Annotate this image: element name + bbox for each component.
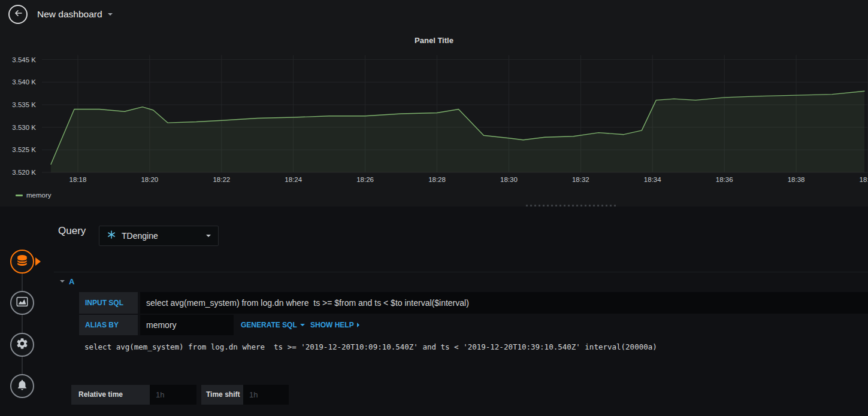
svg-text:18:38: 18:38 (788, 176, 805, 183)
tab-visualization[interactable] (10, 291, 34, 315)
svg-text:18:22: 18:22 (213, 176, 230, 183)
graph-icon (16, 295, 29, 311)
svg-text:18:36: 18:36 (716, 176, 733, 183)
query-section-title: Query (58, 225, 86, 237)
chevron-down-icon (300, 324, 305, 326)
time-shift-field[interactable] (243, 385, 289, 405)
svg-text:3.530 K: 3.530 K (12, 124, 36, 131)
svg-text:3.520 K: 3.520 K (12, 169, 36, 176)
gear-icon (16, 337, 29, 353)
top-navbar: New dashboard (0, 0, 868, 29)
panel-title[interactable]: Panel Title (0, 36, 868, 45)
svg-text:18:34: 18:34 (644, 176, 661, 183)
input-sql-label: INPUT SQL (79, 292, 138, 314)
chevron-down-icon (206, 235, 211, 237)
panel-resize-handle[interactable] (526, 205, 616, 207)
tab-connector-line (22, 262, 23, 386)
page-title: New dashboard (37, 9, 102, 20)
show-help-button[interactable]: SHOW HELP (310, 315, 359, 335)
alias-by-label: ALIAS BY (79, 315, 138, 335)
svg-text:3.545 K: 3.545 K (12, 56, 36, 63)
graph-panel: Panel Title 18:1818:2018:2218:2418:2618:… (0, 29, 868, 207)
query-section-divider (54, 272, 868, 272)
svg-text:18:26: 18:26 (356, 176, 374, 183)
arrow-left-icon (13, 8, 23, 21)
legend-label: memory (26, 192, 52, 199)
input-sql-field[interactable] (140, 292, 868, 314)
datasource-picker[interactable]: TDengine (99, 226, 219, 246)
generated-sql-preview: select avg(mem_system) from log.dn where… (84, 342, 657, 351)
svg-text:3.540 K: 3.540 K (12, 78, 36, 86)
time-shift-label: Time shift (201, 385, 243, 405)
tab-queries[interactable] (10, 250, 34, 274)
grafana-edit-page: New dashboard Panel Title 18:1818:2018:2… (0, 0, 868, 416)
query-ref-toggle[interactable]: A (60, 275, 74, 287)
back-button[interactable] (8, 5, 28, 24)
alias-by-field[interactable] (140, 315, 234, 335)
query-ref-letter: A (69, 277, 74, 286)
svg-text:18:30: 18:30 (500, 176, 518, 183)
generate-sql-label: GENERATE SQL (241, 321, 297, 329)
tab-general[interactable] (10, 333, 34, 357)
svg-text:18:24: 18:24 (285, 176, 302, 183)
svg-text:18:40: 18:40 (860, 176, 868, 183)
svg-text:18:32: 18:32 (572, 176, 589, 183)
time-series-chart[interactable]: 18:1818:2018:2218:2418:2618:2818:3018:32… (0, 54, 868, 183)
legend-color-swatch (16, 195, 23, 196)
chevron-down-icon (108, 13, 113, 16)
legend-item-memory[interactable]: memory (16, 192, 52, 199)
show-help-label: SHOW HELP (310, 321, 354, 329)
svg-text:18:18: 18:18 (69, 176, 87, 183)
database-icon (16, 254, 29, 269)
dashboard-title-dropdown[interactable]: New dashboard (37, 0, 113, 29)
generate-sql-button[interactable]: GENERATE SQL (241, 315, 305, 335)
svg-text:18:20: 18:20 (141, 176, 158, 183)
relative-time-field[interactable] (150, 385, 196, 405)
collapse-caret-icon (60, 280, 65, 283)
tdengine-logo-icon (107, 230, 116, 242)
datasource-name: TDengine (122, 231, 158, 241)
chevron-right-icon (357, 323, 359, 327)
tab-alert[interactable] (10, 374, 34, 398)
panel-editor: Query TDengine A INPUT SQL (0, 207, 868, 416)
svg-text:18:28: 18:28 (428, 176, 446, 183)
svg-text:3.535 K: 3.535 K (12, 101, 36, 108)
relative-time-label: Relative time (71, 385, 150, 405)
active-tab-pointer (35, 257, 41, 266)
svg-text:3.525 K: 3.525 K (12, 146, 36, 153)
bell-icon (16, 379, 28, 393)
